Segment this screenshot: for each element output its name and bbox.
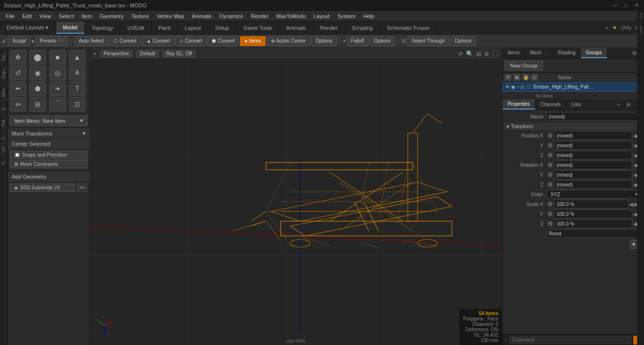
push-tool-btn[interactable]: ⊡ <box>69 97 86 112</box>
scale-y-arrow-left[interactable]: ◀ <box>633 211 637 217</box>
mirror-tool-btn[interactable]: ⇔ <box>10 97 26 112</box>
tab-game-tools[interactable]: Game Tools <box>237 22 280 34</box>
scale-z-arrow-left[interactable]: ◀ <box>633 221 637 227</box>
tab-scripting[interactable]: Scripting <box>345 22 380 34</box>
tab-setup[interactable]: Setup <box>208 22 237 34</box>
scale-z-input[interactable] <box>554 219 632 228</box>
menu-render[interactable]: Render <box>247 12 272 20</box>
layout-dropdown[interactable]: Default Layouts ▾ <box>0 22 56 34</box>
sphere-tool-btn[interactable]: ⬤ <box>29 50 46 65</box>
vtab-c[interactable]: C... <box>0 130 7 143</box>
menu-edit[interactable]: Edit <box>19 12 36 20</box>
items-button[interactable]: ● Items <box>240 36 266 46</box>
scale-x-input[interactable] <box>554 200 628 208</box>
options-button-3[interactable]: Options <box>450 36 476 46</box>
prop-tab-properties[interactable]: Properties <box>503 99 535 110</box>
add-tab-icon[interactable]: + <box>605 25 608 31</box>
eye-icon[interactable]: 👁 <box>505 74 511 81</box>
move-tool-btn[interactable]: ✥ <box>10 50 26 65</box>
torus-tool-btn[interactable]: ◉ <box>29 66 46 80</box>
rvtab-go[interactable]: Go... <box>638 11 644 23</box>
menu-view[interactable]: View <box>36 12 55 20</box>
item-menu-btn[interactable]: Item Menu: New Item ▾ <box>10 115 88 126</box>
position-y-arrow-left[interactable]: ◀ <box>633 143 637 148</box>
rotation-x-input[interactable] <box>554 161 632 169</box>
options-button-1[interactable]: Options <box>311 36 336 46</box>
prop-add-icon[interactable]: + <box>615 101 622 109</box>
render-icon[interactable]: ◉ <box>513 74 520 81</box>
rp-tab-groups[interactable]: Groups <box>581 48 607 58</box>
cone-tool-btn[interactable]: ▲ <box>69 50 86 65</box>
menu-geometry[interactable]: Geometry <box>96 12 127 20</box>
array-tool-btn[interactable]: ⊞ <box>29 97 46 112</box>
scale-x-arrow-left[interactable]: ◀ <box>629 202 633 207</box>
fit-icon[interactable]: ⊞ <box>476 50 481 57</box>
convert-button-2[interactable]: ▲ Convert <box>142 36 174 46</box>
disc-tool-btn[interactable]: ◎ <box>49 66 66 80</box>
viewport-canvas[interactable]: X Y Z 54 Items Polygons : Face Channels:… <box>90 60 502 345</box>
close-button[interactable]: ✕ <box>633 2 640 9</box>
prop-expand-icon[interactable]: ⊞ <box>624 101 632 109</box>
pen-tool-btn[interactable]: ✒ <box>10 81 26 96</box>
mesh-constraints-btn[interactable]: ⊠ Mesh Constraints <box>10 160 88 168</box>
zoom-icon[interactable]: 🔍 <box>466 50 473 57</box>
scale-y-input[interactable] <box>554 209 632 218</box>
text-tool-btn[interactable]: A <box>69 66 86 80</box>
falloff-button[interactable]: Falloff <box>347 36 369 46</box>
reset-button[interactable]: Reset <box>546 229 639 238</box>
transform-section-header[interactable]: ▾ Transform <box>505 123 642 130</box>
position-y-input[interactable] <box>554 141 632 150</box>
sel-icon[interactable]: ◎ <box>531 74 538 81</box>
rotation-y-arrow-left[interactable]: ◀ <box>633 172 637 178</box>
tab-model[interactable]: Model <box>56 22 85 34</box>
tab-schematic-fusion[interactable]: Schematic Fusion <box>380 22 437 34</box>
action-center-button[interactable]: ⊕ Action Center <box>266 36 311 46</box>
options-button-2[interactable]: Options <box>370 36 395 46</box>
rotation-z-arrow-left[interactable]: ◀ <box>633 182 637 187</box>
sds-subdivide-btn[interactable]: ◈ SDS Subdivide 2X <box>10 184 75 192</box>
type-tool-btn[interactable]: T <box>69 81 86 96</box>
rp-tab-mesh[interactable]: Mesh ... <box>525 48 553 58</box>
menu-help[interactable]: Help <box>359 12 378 20</box>
rotation-y-dot[interactable] <box>548 172 553 177</box>
menu-animate[interactable]: Animate <box>188 12 215 20</box>
convert-button-4[interactable]: ⬟ Convert <box>207 36 239 46</box>
vtab-de[interactable]: De... <box>0 48 7 64</box>
shape-tool-btn[interactable]: ⬟ <box>29 81 46 96</box>
prop-tab-channels[interactable]: Channels <box>535 100 566 109</box>
scale-y-dot[interactable] <box>548 211 553 216</box>
drop-tool-btn[interactable]: ❧ <box>49 81 66 96</box>
rp-expand-icon[interactable]: ⊞ <box>632 50 637 56</box>
vtab-uv[interactable]: UV <box>0 143 7 156</box>
vtab-pol[interactable]: Pol... <box>0 113 7 130</box>
menu-layout[interactable]: Layout <box>310 12 333 20</box>
tab-paint[interactable]: Paint <box>152 22 178 34</box>
menu-maxtomodo[interactable]: MaxToModo <box>272 12 310 20</box>
star-icon[interactable]: ★ <box>612 24 617 31</box>
sculpt-button[interactable]: Sculpt <box>8 36 30 46</box>
position-y-dot[interactable] <box>548 143 553 148</box>
position-z-arrow-left[interactable]: ◀ <box>633 153 637 158</box>
new-group-button[interactable]: New Group <box>505 61 543 70</box>
add-geometry-btn[interactable]: Add Geometry <box>8 171 89 182</box>
more-transforms-btn[interactable]: More Transforms ▾ <box>8 128 89 138</box>
menu-texture[interactable]: Texture <box>128 12 153 20</box>
orbit-icon[interactable]: ⟳ <box>458 50 463 57</box>
convert-button-1[interactable]: ⬡ Convert <box>109 36 141 46</box>
rotation-x-arrow-left[interactable]: ◀ <box>633 162 637 168</box>
menu-item[interactable]: Item <box>78 12 96 20</box>
tab-render[interactable]: Render <box>313 22 345 34</box>
name-prop-input[interactable] <box>546 112 642 121</box>
menu-vertex-map[interactable]: Vertex Map <box>153 12 188 20</box>
position-x-arrow-left[interactable]: ◀ <box>633 133 637 138</box>
minimize-button[interactable]: — <box>612 2 619 9</box>
snaps-precision-btn[interactable]: 🔲 Snaps and Precision <box>10 151 88 159</box>
center-selected-btn[interactable]: Center Selected <box>8 138 89 149</box>
position-x-input[interactable] <box>554 131 632 140</box>
rotation-y-input[interactable] <box>554 170 632 179</box>
prop-tab-lists[interactable]: Lists <box>566 100 587 109</box>
maximize-button[interactable]: □ <box>622 2 629 9</box>
cube-tool-btn[interactable]: ■ <box>49 50 66 65</box>
menu-system[interactable]: System <box>333 12 359 20</box>
more-button[interactable]: >> <box>77 184 88 192</box>
